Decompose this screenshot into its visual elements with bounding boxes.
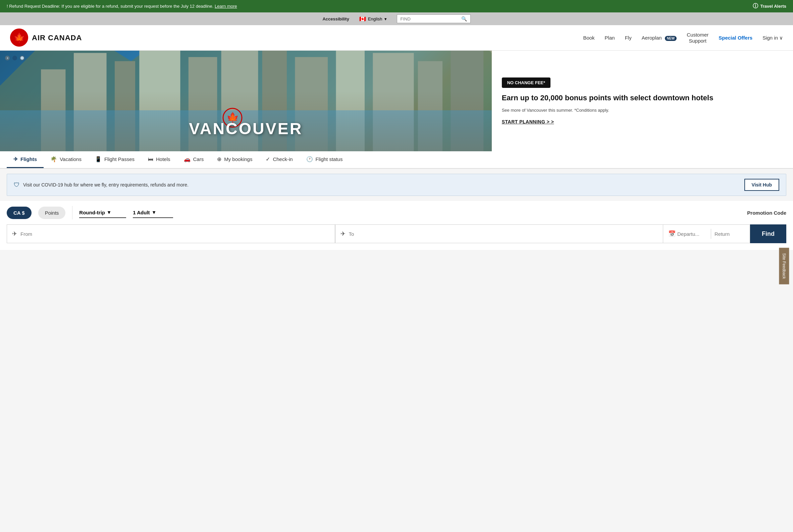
search-input[interactable] — [400, 16, 458, 21]
form-fields-row: ✈ ✈ 📅 Find — [7, 224, 786, 243]
date-divider — [711, 229, 711, 239]
tab-check-in-label: Check-in — [273, 156, 292, 162]
trip-type-selector[interactable]: Round-trip ▾ — [79, 207, 126, 218]
date-field[interactable]: 📅 — [663, 224, 750, 243]
promotion-code-label: Promotion Code — [747, 210, 786, 216]
to-input[interactable] — [349, 231, 658, 237]
lang-dropdown-icon: ▾ — [384, 16, 387, 21]
currency-button[interactable]: CA $ — [7, 207, 32, 219]
aeroplan-badge: NEW — [665, 36, 677, 41]
air-canada-logo: 🍁 — [10, 28, 29, 47]
svg-text:🍁: 🍁 — [14, 32, 25, 43]
learn-more-link[interactable]: Learn more — [215, 4, 237, 9]
to-field[interactable]: ✈ — [335, 224, 663, 243]
hotels-icon: 🛏 — [148, 156, 153, 163]
covid-banner: 🛡 Visit our COVID-19 hub for where we fl… — [7, 174, 786, 196]
tabs-list: ✈ Flights 🌴 Vacations 📱 Flight Passes 🛏 … — [7, 151, 786, 168]
flight-passes-icon: 📱 — [95, 156, 102, 163]
to-flight-icon: ✈ — [340, 230, 345, 238]
travel-alerts-button[interactable]: ⓘ Travel Alerts — [753, 3, 786, 10]
find-button[interactable]: Find — [750, 224, 786, 243]
promo-description: See more of Vancouver this summer. *Cond… — [502, 107, 783, 114]
from-flight-icon: ✈ — [12, 230, 17, 238]
trip-type-dropdown-icon: ▾ — [108, 209, 110, 215]
site-feedback-tab[interactable]: Site Feedback — [779, 248, 789, 250]
cars-icon: 🚗 — [184, 156, 191, 163]
tab-hotels-label: Hotels — [156, 156, 170, 162]
tab-cars-label: Cars — [193, 156, 204, 162]
hero-section: ⏸ — [0, 51, 793, 151]
booking-form: CA $ Points Round-trip ▾ 1 Adult ▾ Promo… — [0, 201, 793, 250]
alert-bar: ! Refund Request Deadline: If you are el… — [0, 0, 793, 13]
tab-flight-passes[interactable]: 📱 Flight Passes — [88, 151, 141, 168]
signin-chevron-icon: ∨ — [779, 35, 783, 41]
tab-flights-label: Flights — [20, 156, 37, 162]
nav-items: Book Plan Fly Aeroplan NEW Customer Supp… — [583, 32, 783, 44]
tab-vacations[interactable]: 🌴 Vacations — [44, 151, 88, 168]
covid-text: 🛡 Visit our COVID-19 hub for where we fl… — [14, 182, 189, 189]
nav-customer-support[interactable]: Customer Support — [687, 32, 709, 44]
tab-vacations-label: Vacations — [60, 156, 81, 162]
from-input[interactable] — [20, 231, 330, 237]
promo-panel: NO CHANGE FEE* Earn up to 20,000 bonus p… — [492, 51, 793, 151]
alert-message: ! Refund Request Deadline: If you are el… — [7, 4, 237, 9]
booking-tabs: ✈ Flights 🌴 Vacations 📱 Flight Passes 🛏 … — [0, 151, 793, 169]
no-change-fee-badge: NO CHANGE FEE* — [502, 77, 550, 88]
passengers-dropdown-icon: ▾ — [153, 209, 155, 215]
visit-hub-button[interactable]: Visit Hub — [744, 179, 779, 191]
flights-icon: ✈ — [14, 156, 18, 163]
nav-sign-in[interactable]: Sign in ∨ — [762, 35, 783, 41]
nav-book[interactable]: Book — [583, 35, 594, 41]
trip-type-label: Round-trip — [79, 210, 105, 215]
utility-bar: Accessibility 🇨🇦 English ▾ 🔍 — [0, 13, 793, 25]
hero-image: ⏸ — [0, 51, 492, 151]
alert-icon: ⓘ — [753, 3, 758, 10]
logo-link[interactable]: 🍁 AIR CANADA — [10, 28, 82, 47]
accessibility-link[interactable]: Accessibility — [322, 16, 349, 21]
tab-check-in[interactable]: ✓ Check-in — [259, 151, 299, 168]
vacations-icon: 🌴 — [50, 156, 57, 163]
points-button[interactable]: Points — [38, 207, 66, 219]
nav-aeroplan[interactable]: Aeroplan NEW — [642, 35, 677, 41]
calendar-icon: 📅 — [668, 230, 676, 238]
promo-title: Earn up to 20,000 bonus points with sele… — [502, 93, 783, 103]
tab-flights[interactable]: ✈ Flights — [7, 151, 44, 168]
search-bar[interactable]: 🔍 — [397, 15, 471, 23]
departure-input[interactable] — [677, 231, 707, 237]
tab-my-bookings[interactable]: ⊕ My bookings — [210, 151, 259, 168]
passengers-label: 1 Adult — [133, 210, 150, 215]
start-planning-link[interactable]: START PLANNING > > — [502, 119, 783, 125]
tab-flight-passes-label: Flight Passes — [104, 156, 134, 162]
tab-hotels[interactable]: 🛏 Hotels — [141, 152, 177, 168]
tab-flight-status-label: Flight status — [316, 156, 343, 162]
main-navigation: 🍁 AIR CANADA Book Plan Fly Aeroplan NEW … — [0, 25, 793, 51]
nav-special-offers[interactable]: Special Offers — [719, 35, 752, 41]
form-separator — [72, 206, 73, 220]
tab-cars[interactable]: 🚗 Cars — [177, 151, 211, 168]
language-selector[interactable]: 🇨🇦 English ▾ — [359, 16, 387, 22]
passengers-selector[interactable]: 1 Adult ▾ — [133, 207, 173, 218]
from-field[interactable]: ✈ — [7, 224, 335, 243]
tab-my-bookings-label: My bookings — [224, 156, 252, 162]
my-bookings-icon: ⊕ — [217, 156, 221, 163]
brand-name: AIR CANADA — [32, 34, 82, 42]
form-options-row: CA $ Points Round-trip ▾ 1 Adult ▾ Promo… — [7, 206, 786, 220]
check-in-icon: ✓ — [266, 156, 270, 163]
nav-fly[interactable]: Fly — [625, 35, 631, 41]
nav-plan[interactable]: Plan — [605, 35, 615, 41]
hero-city-name: VANCOUVER — [189, 119, 303, 138]
covid-icon: 🛡 — [14, 182, 20, 189]
return-input[interactable] — [715, 231, 745, 237]
search-icon[interactable]: 🔍 — [461, 16, 467, 21]
tab-flight-status[interactable]: 🕐 Flight status — [300, 151, 350, 168]
canada-flag-icon: 🇨🇦 — [359, 16, 366, 22]
flight-status-icon: 🕐 — [306, 156, 313, 163]
